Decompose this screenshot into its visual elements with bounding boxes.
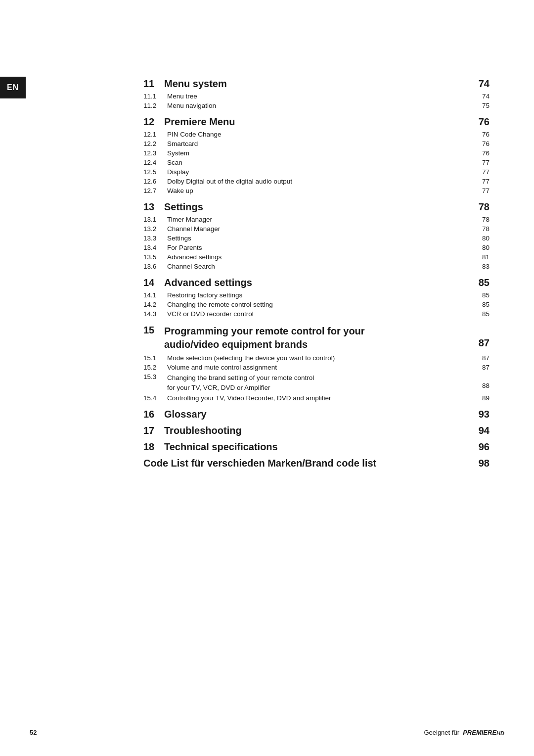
toc-section-18: 18 Technical specifications 96 — [143, 441, 490, 453]
section-15-title: Programming your remote control for your… — [164, 325, 365, 351]
page-number: 52 — [30, 729, 37, 736]
footer-label: Geeignet für — [424, 729, 459, 736]
section-13-title-row: 13 Settings — [143, 201, 203, 213]
toc-item-14-1: 14.1 Restoring factory settings 85 — [143, 291, 490, 299]
toc-item-12-4: 12.4 Scan 77 — [143, 159, 490, 166]
toc-item-12-5: 12.5 Display 77 — [143, 168, 490, 176]
toc-item-11-1-num: 11.1 — [143, 93, 167, 100]
section-17-header: 17 Troubleshooting 94 — [143, 425, 490, 436]
toc-item-11-2-left: 11.2 Menu navigation — [143, 102, 472, 109]
toc-item-12-1: 12.1 PIN Code Change 76 — [143, 131, 490, 138]
section-13-header: 13 Settings 78 — [143, 201, 490, 213]
section-11-header: 11 Menu system 74 — [143, 78, 490, 90]
toc-item-13-2: 13.2 Channel Manager 78 — [143, 225, 490, 233]
section-14-page: 85 — [470, 277, 490, 288]
section-16-page: 93 — [470, 409, 490, 420]
section-13-page: 78 — [470, 201, 490, 213]
toc-code-list: Code List für verschieden Marken/Brand c… — [143, 458, 490, 469]
section-11-title-row: 11 Menu system — [143, 78, 227, 90]
toc-item-12-6: 12.6 Dolby Digital out of the digital au… — [143, 178, 490, 185]
section-13-number: 13 — [143, 201, 158, 213]
section-18-header: 18 Technical specifications 96 — [143, 441, 490, 453]
section-14-number: 14 — [143, 277, 158, 288]
toc-section-11: 11 Menu system 74 11.1 Menu tree 74 11.2… — [143, 78, 490, 109]
section-17-number: 17 — [143, 425, 158, 436]
section-18-number: 18 — [143, 441, 158, 453]
section-17-page: 94 — [470, 425, 490, 436]
section-15-number: 15 — [143, 325, 158, 336]
toc-section-17: 17 Troubleshooting 94 — [143, 425, 490, 436]
section-14-title-row: 14 Advanced settings — [143, 277, 252, 288]
toc-section-14: 14 Advanced settings 85 14.1 Restoring f… — [143, 277, 490, 318]
toc-item-12-2: 12.2 Smartcard 76 — [143, 140, 490, 147]
page-footer: 52 Geeignet für PREMIEREHD — [30, 729, 504, 736]
toc-item-15-2: 15.2 Volume and mute control assignment … — [143, 364, 490, 371]
toc-item-11-1: 11.1 Menu tree 74 — [143, 93, 490, 100]
toc-item-11-2-label: Menu navigation — [167, 102, 472, 109]
footer-brand-text: Geeignet für PREMIEREHD — [424, 729, 504, 736]
language-label: EN — [7, 83, 19, 92]
toc-item-14-3: 14.3 VCR or DVD recorder control 85 — [143, 310, 490, 318]
toc-item-12-7: 12.7 Wake up 77 — [143, 187, 490, 194]
section-12-page: 76 — [470, 116, 490, 128]
section-12-number: 12 — [143, 116, 158, 128]
language-tab: EN — [0, 77, 26, 98]
section-15-title-row: 15 Programming your remote control for y… — [143, 325, 365, 351]
section-13-title: Settings — [164, 201, 203, 213]
toc-item-11-1-label: Menu tree — [167, 93, 472, 100]
section-12-title-row: 12 Premiere Menu — [143, 116, 235, 128]
section-14-header: 14 Advanced settings 85 — [143, 277, 490, 288]
toc-item-11-2-page: 75 — [472, 102, 490, 109]
section-15-page: 87 — [470, 337, 490, 349]
section-18-title-row: 18 Technical specifications — [143, 441, 278, 453]
code-list-header: Code List für verschieden Marken/Brand c… — [143, 458, 490, 469]
section-16-header: 16 Glossary 93 — [143, 409, 490, 420]
toc-item-11-1-page: 74 — [472, 93, 490, 100]
toc-section-12: 12 Premiere Menu 76 12.1 PIN Code Change… — [143, 116, 490, 194]
brand-name: PREMIEREHD — [463, 729, 504, 736]
section-16-number: 16 — [143, 409, 158, 420]
toc-section-13: 13 Settings 78 13.1 Timer Manager 78 13.… — [143, 201, 490, 270]
toc-item-13-5: 13.5 Advanced settings 81 — [143, 253, 490, 261]
code-list-page: 98 — [470, 458, 490, 469]
toc-item-15-4: 15.4 Controlling your TV, Video Recorder… — [143, 394, 490, 402]
section-12-header: 12 Premiere Menu 76 — [143, 116, 490, 128]
section-17-title-row: 17 Troubleshooting — [143, 425, 242, 436]
toc-item-13-6: 13.6 Channel Search 83 — [143, 263, 490, 270]
section-16-title: Glossary — [164, 409, 207, 420]
section-11-title: Menu system — [164, 78, 227, 90]
toc-item-11-1-left: 11.1 Menu tree — [143, 93, 472, 100]
toc-content: 11 Menu system 74 11.1 Menu tree 74 11.2… — [143, 73, 490, 707]
section-17-title: Troubleshooting — [164, 425, 242, 436]
toc-section-16: 16 Glossary 93 — [143, 409, 490, 420]
toc-item-12-3: 12.3 System 76 — [143, 149, 490, 157]
section-18-title: Technical specifications — [164, 441, 278, 453]
code-list-title: Code List für verschieden Marken/Brand c… — [143, 458, 376, 469]
toc-item-15-1: 15.1 Mode selection (selecting the devic… — [143, 354, 490, 362]
section-12-title: Premiere Menu — [164, 116, 235, 128]
toc-item-13-1: 13.1 Timer Manager 78 — [143, 216, 490, 223]
toc-item-14-2: 14.2 Changing the remote control setting… — [143, 301, 490, 308]
toc-section-15: 15 Programming your remote control for y… — [143, 325, 490, 402]
toc-item-13-3: 13.3 Settings 80 — [143, 235, 490, 242]
section-14-title: Advanced settings — [164, 277, 252, 288]
toc-item-15-3: 15.3 Changing the brand setting of your … — [143, 373, 490, 392]
section-18-page: 96 — [470, 441, 490, 453]
section-15-header: 15 Programming your remote control for y… — [143, 325, 490, 351]
toc-item-11-2: 11.2 Menu navigation 75 — [143, 102, 490, 109]
section-16-title-row: 16 Glossary — [143, 409, 207, 420]
section-11-number: 11 — [143, 78, 158, 90]
section-11-page: 74 — [470, 78, 490, 90]
toc-item-13-4: 13.4 For Parents 80 — [143, 244, 490, 251]
toc-item-11-2-num: 11.2 — [143, 102, 167, 109]
